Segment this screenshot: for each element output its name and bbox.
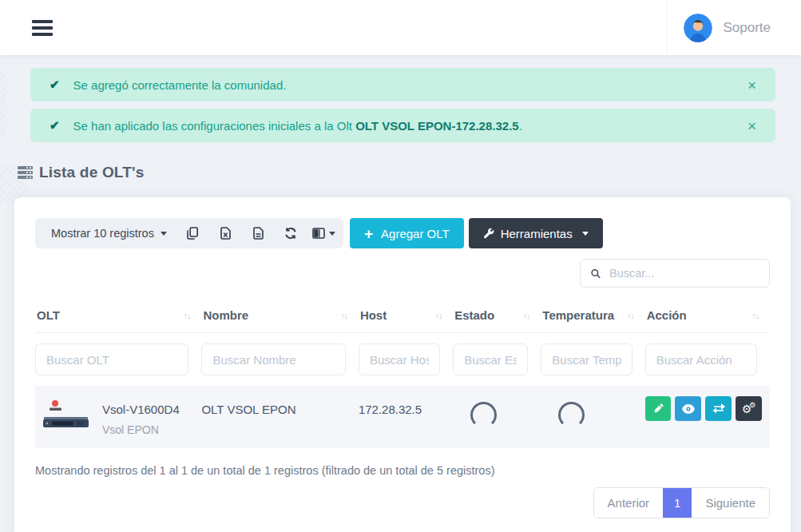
olt-model[interactable]: Vsol-V1600D4 xyxy=(102,395,180,416)
column-header-estado[interactable]: Estado↑↓ xyxy=(453,304,541,333)
sort-icon: ↑↓ xyxy=(335,311,347,320)
success-alert: ✔ Se agregó correctamente la comunidad. … xyxy=(30,68,775,101)
copy-button[interactable] xyxy=(176,218,209,248)
search-box xyxy=(580,259,770,288)
alert-suffix: . xyxy=(519,119,522,133)
pagination-row: Anterior 1 Siguiente xyxy=(35,487,770,518)
alert-text: Se han aplicado las configuraciones inic… xyxy=(73,119,356,133)
alert-bold-text: OLT VSOL EPON-172.28.32.5 xyxy=(355,119,519,133)
column-label: Estado xyxy=(454,308,494,322)
add-olt-button[interactable]: + Agregar OLT xyxy=(350,218,464,248)
column-label: Temperatura xyxy=(542,308,614,322)
background-watermark xyxy=(0,67,6,141)
filter-input-nombre[interactable] xyxy=(201,343,345,375)
olt-table: OLT↑↓ Nombre↑↓ Host↑↓ Estado↑↓ Temperatu… xyxy=(35,304,770,448)
top-navbar: Soporte xyxy=(0,0,801,55)
check-icon: ✔ xyxy=(50,77,60,92)
settings-button[interactable]: ⚙ ⚙ xyxy=(736,396,762,421)
alert-message: Se agregó correctamente la comunidad. xyxy=(73,78,744,92)
filter-input-host[interactable] xyxy=(359,343,440,375)
search-icon xyxy=(591,268,601,280)
check-icon: ✔ xyxy=(50,118,60,133)
wrench-icon xyxy=(483,228,494,239)
sort-icon: ↑↓ xyxy=(518,311,530,320)
search-input[interactable] xyxy=(609,267,759,280)
sort-icon: ↑↓ xyxy=(747,311,759,320)
column-header-temperatura[interactable]: Temperatura↑↓ xyxy=(541,304,644,333)
alerts-container: ✔ Se agregó correctamente la comunidad. … xyxy=(30,68,775,142)
menu-toggle-icon[interactable] xyxy=(32,20,53,36)
page-length-dropdown[interactable]: Mostrar 10 registros xyxy=(38,227,176,240)
search-row xyxy=(35,259,770,288)
sort-icon: ↑↓ xyxy=(179,311,191,320)
filter-input-olt[interactable] xyxy=(35,343,188,375)
olt-list-card: Mostrar 10 registros xyxy=(14,197,791,532)
pagination-page-1[interactable]: 1 xyxy=(663,488,692,518)
filter-row xyxy=(35,333,770,387)
olt-cell: Vsol-V1600D4 Vsol EPON xyxy=(35,395,193,436)
edit-icon xyxy=(652,403,664,415)
user-name: Soporte xyxy=(723,20,771,36)
chevron-down-icon xyxy=(582,232,589,236)
gear-icon: ⚙ xyxy=(749,402,755,409)
page-header: Lista de OLT's xyxy=(18,164,801,181)
plus-icon: + xyxy=(364,226,373,241)
chevron-down-icon xyxy=(329,232,335,236)
file-export-button[interactable] xyxy=(242,218,275,248)
alert-message: Se han aplicado las configuraciones inic… xyxy=(73,119,744,133)
olt-type: Vsol EPON xyxy=(102,423,180,436)
sort-icon: ↑↓ xyxy=(622,311,634,320)
table-info: Mostrando registros del 1 al 1 de un tot… xyxy=(35,464,770,477)
tools-dropdown-button[interactable]: Herramientas xyxy=(469,218,603,248)
filter-input-temperatura[interactable] xyxy=(541,343,632,375)
add-olt-label: Agregar OLT xyxy=(381,227,450,240)
action-buttons: ⚙ ⚙ xyxy=(645,395,762,421)
exchange-arrows-icon xyxy=(712,403,725,414)
column-label: Nombre xyxy=(203,308,248,322)
column-label: Host xyxy=(360,308,387,322)
column-header-host[interactable]: Host↑↓ xyxy=(359,304,453,333)
exchange-button[interactable] xyxy=(705,396,732,421)
user-menu[interactable]: Soporte xyxy=(667,0,801,55)
chevron-down-icon xyxy=(161,232,167,236)
column-label: OLT xyxy=(37,308,60,322)
table-header-row: OLT↑↓ Nombre↑↓ Host↑↓ Estado↑↓ Temperatu… xyxy=(35,304,770,333)
filter-input-accion[interactable] xyxy=(645,343,757,375)
pagination-next[interactable]: Siguiente xyxy=(692,488,769,518)
page-length-label: Mostrar 10 registros xyxy=(51,227,154,240)
temperatura-loading-spinner xyxy=(558,402,585,428)
avatar xyxy=(684,14,712,42)
close-icon[interactable]: × xyxy=(744,77,759,93)
column-header-accion[interactable]: Acción↑↓ xyxy=(645,304,770,333)
tools-label: Herramientas xyxy=(501,227,573,240)
view-button[interactable] xyxy=(675,396,701,421)
success-alert: ✔ Se han aplicado las configuraciones in… xyxy=(30,109,775,142)
estado-loading-spinner xyxy=(470,402,497,428)
olt-nombre: OLT VSOL EPON xyxy=(201,395,350,416)
column-label: Acción xyxy=(647,308,687,322)
filter-input-estado[interactable] xyxy=(453,343,528,375)
column-header-olt[interactable]: OLT↑↓ xyxy=(35,304,201,333)
olt-name-group: Vsol-V1600D4 Vsol EPON xyxy=(102,395,180,436)
server-icon xyxy=(18,166,33,179)
datatable-buttons-group: Mostrar 10 registros xyxy=(35,218,343,248)
page-title: Lista de OLT's xyxy=(39,164,145,181)
column-header-nombre[interactable]: Nombre↑↓ xyxy=(201,304,358,333)
olt-device-image xyxy=(42,395,91,432)
close-icon[interactable]: × xyxy=(744,118,759,133)
sort-icon: ↑↓ xyxy=(430,311,442,320)
excel-export-button[interactable] xyxy=(209,218,242,248)
pagination-previous[interactable]: Anterior xyxy=(594,488,664,518)
table-row: Vsol-V1600D4 Vsol EPON OLT VSOL EPON 172… xyxy=(35,386,770,448)
edit-button[interactable] xyxy=(645,396,672,421)
refresh-icon[interactable] xyxy=(275,218,307,248)
olt-host: 172.28.32.5 xyxy=(359,395,445,416)
table-toolbar: Mostrar 10 registros xyxy=(35,218,770,248)
column-visibility-button[interactable] xyxy=(307,218,340,248)
alert-text: Se agregó correctamente la comunidad. xyxy=(73,78,287,92)
eye-icon xyxy=(682,404,695,414)
pagination: Anterior 1 Siguiente xyxy=(593,487,770,518)
